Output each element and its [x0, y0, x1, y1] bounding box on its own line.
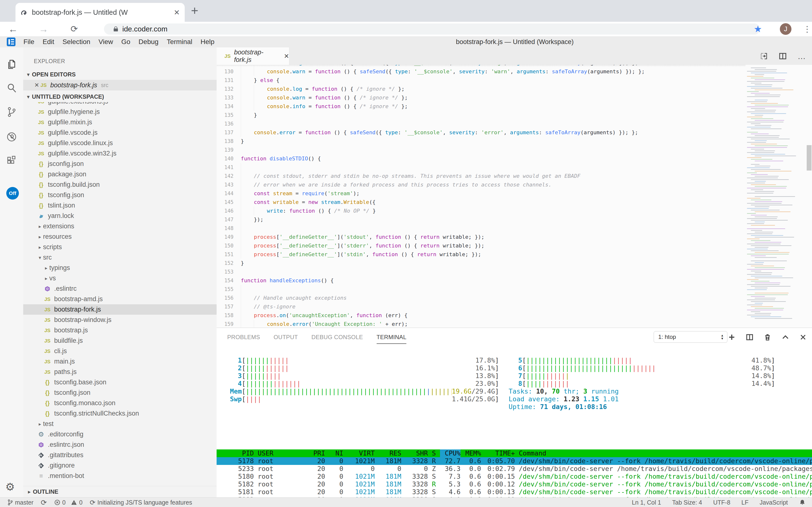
browser-menu-icon[interactable]: ⋮ [803, 22, 811, 36]
offline-badge[interactable]: Off [6, 187, 19, 200]
tree-item-bootstrap-fork.js[interactable]: JSbootstrap-fork.js [23, 304, 216, 315]
tree-item-tslint.json[interactable]: {}tslint.json [23, 200, 216, 211]
notifications-bell-icon[interactable] [799, 499, 806, 506]
tree-item-.eslintrc[interactable]: .eslintrc [23, 283, 216, 294]
tree-item-extensions[interactable]: ▸extensions [23, 221, 216, 231]
language-mode[interactable]: JavaScript [759, 499, 788, 506]
tree-item-.gitignore[interactable]: .gitignore [23, 460, 216, 471]
tree-item-bootstrap-window.js[interactable]: JSbootstrap-window.js [23, 315, 216, 325]
tree-item-tsconfig.base.json[interactable]: {}tsconfig.base.json [23, 377, 216, 388]
process-row-5233[interactable]: 5233root200000Z36.30.00:02.79/dev/shm/bi… [216, 465, 812, 473]
tree-item-main.js[interactable]: JSmain.js [23, 356, 216, 367]
problems-indicator[interactable]: 0 0 [54, 499, 83, 506]
tree-item-typings[interactable]: ▸typings [23, 263, 216, 273]
tree-item-tsconfig.monaco.json[interactable]: {}tsconfig.monaco.json [23, 398, 216, 408]
encoding[interactable]: UTF-8 [713, 499, 730, 506]
column-header-s[interactable]: S [428, 449, 440, 457]
editor-tab[interactable]: JS bootstrap-fork.js ✕ [216, 47, 289, 65]
process-row-5181[interactable]: 5181root2001021M181M3328S4.60.60:00.13/d… [216, 488, 812, 496]
tree-item-.mention-bot[interactable]: ≡.mention-bot [23, 471, 216, 481]
split-terminal-icon[interactable] [746, 333, 753, 341]
editor-layout-icon[interactable] [778, 52, 787, 60]
tree-item-tsconfig.json[interactable]: {}tsconfig.json [23, 190, 216, 200]
tree-item-.eslintrc.json[interactable]: .eslintrc.json [23, 440, 216, 450]
column-header-cpupct[interactable]: CPU% [440, 449, 460, 457]
tree-item-gulpfile.vscode.linux.js[interactable]: JSgulpfile.vscode.linux.js [23, 138, 216, 148]
menu-terminal[interactable]: Terminal [163, 38, 196, 46]
tab-close-icon[interactable]: ✕ [174, 8, 180, 17]
menu-view[interactable]: View [95, 38, 117, 46]
menu-go[interactable]: Go [117, 38, 134, 46]
back-icon[interactable]: ← [8, 22, 18, 36]
tree-item-gulpfile.vscode.js[interactable]: JSgulpfile.vscode.js [23, 127, 216, 138]
open-editor-item[interactable]: ✕ JS bootstrap-fork.js src [23, 80, 216, 91]
editor-scrollbar[interactable] [807, 145, 812, 171]
new-terminal-icon[interactable] [728, 333, 736, 341]
tree-item-.editorconfig[interactable]: ⚙.editorconfig [23, 429, 216, 440]
outline-section-header[interactable]: ▸ OUTLINE [23, 486, 216, 497]
open-editors-header[interactable]: ▾ OPEN EDITORS [23, 69, 216, 80]
tab-close-icon[interactable]: ✕ [284, 53, 289, 60]
maximize-panel-icon[interactable] [782, 333, 789, 341]
process-row-5180[interactable]: 5180root2001021M181M3328S7.30.60:00.15/d… [216, 473, 812, 481]
tree-item-tsconfig.strictNullChecks.json[interactable]: {}tsconfig.strictNullChecks.json [23, 408, 216, 419]
tree-item-package.json[interactable]: {}package.json [23, 169, 216, 179]
search-icon[interactable] [6, 82, 17, 94]
forward-icon[interactable]: → [39, 22, 48, 36]
new-tab-button[interactable]: + [191, 3, 198, 18]
bookmark-star-icon[interactable]: ★ [754, 22, 762, 36]
language-status[interactable]: ⟳ Initializing JS/TS language features [90, 499, 192, 507]
process-row-5178[interactable]: 5178root2001021M181M3328R72.70.60:05.70/… [216, 457, 812, 465]
tree-item-cli.js[interactable]: JScli.js [23, 346, 216, 356]
source-control-icon[interactable] [6, 106, 17, 118]
column-header-ni[interactable]: NI [325, 449, 343, 457]
minimap[interactable] [746, 65, 805, 328]
tree-item-scripts[interactable]: ▸scripts [23, 242, 216, 252]
column-header-pri[interactable]: PRI [293, 449, 325, 457]
avatar[interactable]: J [780, 23, 792, 35]
tree-item-jsconfig.json[interactable]: {}jsconfig.json [23, 159, 216, 169]
address-bar[interactable]: ide.coder.com [104, 23, 760, 35]
menu-help[interactable]: Help [196, 38, 218, 46]
tree-item-buildfile.js[interactable]: JSbuildfile.js [23, 336, 216, 346]
column-header-virt[interactable]: VIRT [343, 449, 375, 457]
split-editor-icon[interactable] [760, 52, 768, 60]
terminal[interactable]: 1[|||||||||||17.8%]2[|||||||||||16.1%]3[… [216, 356, 812, 497]
debug-disabled-icon[interactable] [6, 131, 17, 143]
tree-item-tsconfig.json[interactable]: {}tsconfig.json [23, 388, 216, 398]
tab-size[interactable]: Tab Size: 4 [672, 499, 702, 506]
panel-tab-output[interactable]: OUTPUT [274, 334, 298, 341]
panel-tab-terminal[interactable]: TERMINAL [377, 334, 407, 341]
app-logo-icon[interactable] [7, 38, 15, 46]
eol[interactable]: LF [741, 499, 748, 506]
menu-file[interactable]: File [19, 38, 39, 46]
panel-tab-problems[interactable]: PROBLEMS [227, 334, 260, 341]
panel-tab-debug-console[interactable]: DEBUG CONSOLE [311, 334, 363, 341]
extensions-icon[interactable] [6, 155, 17, 167]
sync-button[interactable]: ⟳ [41, 498, 47, 507]
tree-item-test[interactable]: ▸test [23, 419, 216, 429]
column-header-timeplus[interactable]: TIME+ [481, 449, 515, 457]
branch-indicator[interactable]: master [7, 499, 34, 506]
tree-item-.gitattributes[interactable]: .gitattributes [23, 450, 216, 460]
tree-item-gulpfile.extensions.js[interactable]: JSgulpfile.extensions.js [23, 102, 216, 107]
reload-icon[interactable]: ⟳ [71, 22, 78, 36]
more-actions-icon[interactable]: … [798, 55, 806, 57]
column-header-mempct[interactable]: MEM% [460, 449, 481, 457]
tree-item-tsconfig.build.json[interactable]: {}tsconfig.build.json [23, 179, 216, 190]
tree-item-bootstrap.js[interactable]: JSbootstrap.js [23, 325, 216, 336]
tree-item-bootstrap-amd.js[interactable]: JSbootstrap-amd.js [23, 294, 216, 304]
workspace-header[interactable]: ▾ UNTITLED (WORKSPACE) [23, 92, 216, 102]
menu-selection[interactable]: Selection [58, 38, 94, 46]
column-header-shr[interactable]: SHR [401, 449, 428, 457]
menu-edit[interactable]: Edit [39, 38, 58, 46]
close-panel-icon[interactable] [799, 334, 807, 341]
tree-item-gulpfile.mixin.js[interactable]: JSgulpfile.mixin.js [23, 117, 216, 127]
settings-gear-icon[interactable]: ⚙ [5, 481, 15, 493]
tree-item-paths.js[interactable]: JSpaths.js [23, 367, 216, 377]
tree-item-gulpfile.hygiene.js[interactable]: JSgulpfile.hygiene.js [23, 107, 216, 117]
explorer-icon[interactable] [6, 59, 17, 70]
kill-terminal-icon[interactable] [764, 333, 771, 341]
column-header-pid[interactable]: PID [227, 449, 254, 457]
tree-item-gulpfile.vscode.win32.js[interactable]: JSgulpfile.vscode.win32.js [23, 148, 216, 159]
